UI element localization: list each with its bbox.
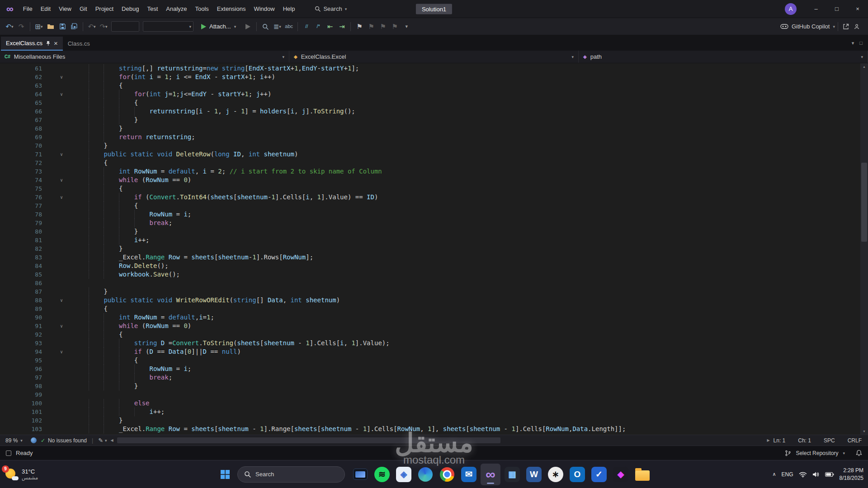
menu-analyze[interactable]: Analyze	[162, 0, 191, 18]
code-text[interactable]: return returnstring;	[73, 133, 868, 141]
horizontal-scrollbar[interactable]: ◀ ▶	[110, 435, 771, 446]
minimize-button[interactable]: –	[806, 0, 826, 18]
code-text[interactable]: i++;	[73, 408, 868, 416]
navbar-combo-0[interactable]: C#Miscellaneous Files▾	[0, 51, 289, 63]
menu-tools[interactable]: Tools	[191, 0, 213, 18]
code-text[interactable]: RowNum = i;	[73, 365, 868, 373]
fold-chevron-icon[interactable]: ∨	[60, 150, 63, 159]
menu-file[interactable]: File	[19, 0, 37, 18]
code-cleanup-icon[interactable]: ✎	[98, 437, 103, 444]
code-text[interactable]: }	[73, 382, 868, 390]
code-text[interactable]: for(int j=1;j<=EndY - startY+1; j++)	[73, 90, 868, 99]
titlebar-search[interactable]: Search ▾	[311, 4, 351, 14]
code-text[interactable]: int RowNum = default,i=1;	[73, 313, 868, 322]
close-button[interactable]: ×	[847, 0, 868, 18]
new-project-icon[interactable]: ⊞▾	[33, 21, 44, 33]
navigate-forward-icon[interactable]: ↷	[16, 21, 27, 33]
menu-help[interactable]: Help	[279, 0, 299, 18]
word-wrap-icon[interactable]: abc	[283, 21, 294, 33]
code-text[interactable]: {	[73, 159, 868, 167]
code-text[interactable]: {	[73, 184, 868, 193]
todo-icon[interactable]: ✓	[589, 464, 609, 485]
visual-studio-icon[interactable]: ∞	[481, 464, 500, 485]
wifi-icon[interactable]	[799, 471, 807, 478]
start-without-debugging-icon[interactable]	[242, 21, 253, 33]
comment-icon[interactable]: //	[301, 21, 312, 33]
select-repository-button[interactable]: Select Repository	[796, 450, 838, 456]
light-app-icon[interactable]: ◈	[394, 464, 414, 485]
chrome-icon[interactable]	[437, 464, 457, 485]
code-text[interactable]: }	[73, 141, 868, 150]
menu-project[interactable]: Project	[91, 0, 118, 18]
code-text[interactable]: int RowNum = default, i = 2; // i start …	[73, 167, 868, 176]
scroll-left-icon[interactable]: ◀	[111, 435, 113, 446]
code-text[interactable]: break;	[73, 373, 868, 382]
fold-chevron-icon[interactable]: ∨	[60, 73, 63, 81]
horizontal-scrollbar-thumb[interactable]	[117, 437, 500, 443]
redo-icon[interactable]: ↷▾	[98, 21, 109, 33]
navigate-back-icon[interactable]: ↶▾	[4, 21, 15, 33]
navbar-combo-1[interactable]: ◆ExcelClass.Excel▾	[289, 51, 579, 63]
code-text[interactable]	[73, 390, 868, 399]
battery-icon[interactable]	[825, 472, 834, 477]
scroll-right-icon[interactable]: ▶	[767, 435, 769, 446]
spotify-icon[interactable]: ≋	[372, 464, 392, 485]
tab-excelclass-cs[interactable]: ExcelClass.cs×	[1, 37, 63, 51]
code-text[interactable]: _Excel.Range Row = sheets[sheetnum-1].Ro…	[73, 253, 868, 262]
menu-extensions[interactable]: Extensions	[213, 0, 250, 18]
code-text[interactable]: returnstring[i - 1, j - 1] = holders[i, …	[73, 107, 868, 116]
line-ending-indicator[interactable]: CRLF	[848, 437, 862, 444]
save-icon[interactable]	[57, 21, 68, 33]
code-text[interactable]: public static void WriteRowOREdit(string…	[73, 296, 868, 305]
find-in-files-icon[interactable]	[260, 21, 271, 33]
maximize-button[interactable]: □	[826, 0, 847, 18]
code-text[interactable]: break;	[73, 219, 868, 227]
fold-chevron-icon[interactable]: ∨	[60, 90, 63, 99]
code-text[interactable]: }	[73, 124, 868, 133]
bookmarks-more-icon[interactable]: ▾	[401, 21, 412, 33]
code-text[interactable]: RowNum = i;	[73, 210, 868, 219]
chatgpt-icon[interactable]: ∗	[546, 464, 566, 485]
code-text[interactable]: else	[73, 399, 868, 408]
menu-view[interactable]: View	[55, 0, 75, 18]
code-text[interactable]: }	[73, 244, 868, 253]
menu-edit[interactable]: Edit	[37, 0, 55, 18]
next-bookmark-icon[interactable]: ⚑	[377, 21, 388, 33]
zoom-control[interactable]: 89 % ▾	[0, 437, 27, 444]
fold-chevron-icon[interactable]: ∨	[60, 322, 63, 330]
monitor-icon[interactable]	[350, 464, 370, 485]
code-text[interactable]: {	[73, 81, 868, 90]
navbar-combo-2[interactable]: ◈path▾	[579, 51, 868, 63]
taskbar-search[interactable]: Search	[237, 466, 345, 483]
solution-name-button[interactable]: Solution1	[416, 4, 452, 14]
code-text[interactable]: if (D == Data[0]||D == null)	[73, 347, 868, 356]
share-icon[interactable]	[843, 23, 849, 30]
issues-status[interactable]: No issues found	[48, 437, 87, 444]
fold-chevron-icon[interactable]: ∨	[60, 347, 63, 356]
word-icon[interactable]: W	[524, 464, 544, 485]
increase-indent-icon[interactable]: ⇥	[336, 21, 347, 33]
toggle-bookmark-icon[interactable]: ⚑	[354, 21, 365, 33]
spaces-indicator[interactable]: SPC	[824, 437, 835, 444]
menu-test[interactable]: Test	[143, 0, 162, 18]
weather-widget[interactable]: 9 31°C مشمس	[5, 460, 38, 488]
vertical-scrollbar[interactable]: ▲ ▼	[860, 63, 868, 435]
notifications-bell-icon[interactable]	[856, 450, 862, 456]
undo-icon[interactable]: ↶▾	[86, 21, 97, 33]
start-button[interactable]	[216, 464, 235, 485]
attach-button[interactable]: Attach...▾	[197, 21, 240, 33]
scroll-up-icon[interactable]: ▲	[860, 63, 868, 70]
menu-git[interactable]: Git	[75, 0, 91, 18]
uncomment-icon[interactable]: /*	[313, 21, 324, 33]
code-text[interactable]: }	[73, 416, 868, 425]
code-text[interactable]: while (RowNum == 0)	[73, 176, 868, 184]
scroll-down-icon[interactable]: ▼	[860, 428, 868, 435]
code-text[interactable]: workbook.Save();	[73, 270, 868, 279]
fold-chevron-icon[interactable]: ∨	[60, 193, 63, 202]
code-text[interactable]: while (RowNum == 0)	[73, 322, 868, 330]
edge-icon[interactable]	[415, 464, 435, 485]
live-share-icon[interactable]	[31, 437, 37, 443]
volume-icon[interactable]	[812, 471, 820, 478]
menu-debug[interactable]: Debug	[118, 0, 143, 18]
account-avatar[interactable]: A	[785, 3, 797, 15]
